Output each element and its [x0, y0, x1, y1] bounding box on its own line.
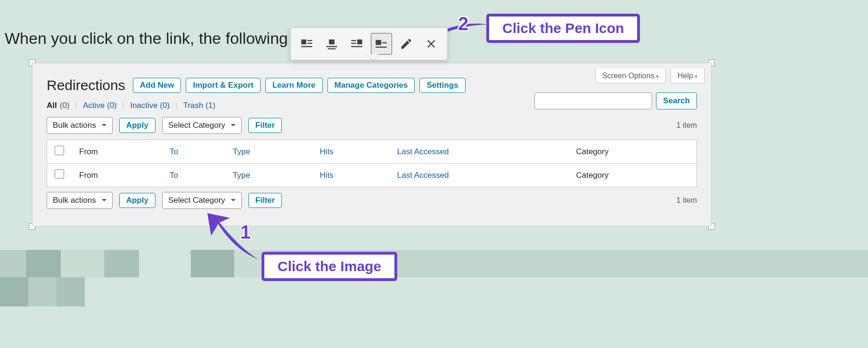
image-edit-toolbar [290, 27, 448, 60]
col-from: From [72, 140, 162, 164]
svg-rect-5 [326, 46, 337, 47]
svg-rect-13 [383, 42, 387, 43]
col-hits[interactable]: Hits [312, 140, 390, 164]
remove-icon[interactable] [420, 33, 442, 55]
category-select[interactable]: Select Category [162, 117, 242, 134]
svg-rect-3 [302, 46, 312, 47]
apply-bulk-button-bottom[interactable]: Apply [119, 193, 156, 208]
col-type[interactable]: Type [225, 140, 312, 164]
arrow-1 [206, 212, 263, 266]
col-category: Category [568, 140, 696, 164]
cell-last[interactable]: Last Accessed [390, 164, 569, 187]
table-row: From To Type Hits Last Accessed Category [47, 164, 697, 187]
help-tab[interactable]: Help [671, 69, 704, 83]
select-all-checkbox[interactable] [55, 146, 64, 155]
svg-rect-1 [307, 40, 312, 41]
add-new-button[interactable]: Add New [133, 78, 181, 93]
annotation-number-2: 2 [458, 13, 468, 34]
align-center-icon[interactable] [321, 33, 343, 55]
svg-rect-11 [376, 40, 382, 45]
svg-rect-9 [351, 43, 356, 44]
page-title: Redirections [47, 77, 125, 93]
search-button[interactable]: Search [656, 92, 697, 109]
cell-type[interactable]: Type [225, 164, 312, 187]
filter-button-bottom[interactable]: Filter [248, 193, 282, 208]
svg-rect-4 [329, 40, 335, 45]
settings-button[interactable]: Settings [419, 78, 465, 93]
annotation-number-1: 1 [240, 222, 251, 243]
svg-rect-0 [302, 40, 307, 45]
filter-all[interactable]: All [47, 101, 57, 110]
bulk-actions-select-bottom[interactable]: Bulk actions [47, 192, 113, 209]
svg-rect-7 [357, 40, 362, 45]
svg-rect-8 [351, 40, 356, 41]
search-input[interactable] [534, 92, 652, 109]
pencil-icon[interactable] [396, 33, 417, 55]
apply-bulk-button[interactable]: Apply [119, 118, 156, 133]
filter-active[interactable]: Active (0) [83, 101, 117, 110]
callout-click-pen: Click the Pen Icon [486, 14, 640, 43]
import-export-button[interactable]: Import & Export [186, 78, 260, 93]
cell-category: Category [568, 164, 696, 187]
pixel-row-1 [0, 250, 868, 277]
intro-text: When you click on the link, the followin… [5, 29, 300, 48]
filter-inactive[interactable]: Inactive (0) [130, 101, 170, 110]
wp-admin-panel: Screen Options Help Redirections Add New… [32, 63, 712, 226]
redirections-table: From To Type Hits Last Accessed Category… [47, 140, 697, 187]
bulk-actions-select[interactable]: Bulk actions [47, 117, 113, 134]
svg-rect-6 [328, 48, 336, 49]
category-select-bottom[interactable]: Select Category [162, 192, 242, 209]
items-count-bottom: 1 item [676, 196, 697, 205]
align-none-icon[interactable] [371, 33, 392, 55]
svg-rect-10 [351, 46, 362, 47]
filter-trash[interactable]: Trash (1) [183, 101, 215, 110]
manage-categories-button[interactable]: Manage Categories [328, 78, 415, 93]
align-left-icon[interactable] [296, 33, 318, 55]
col-last[interactable]: Last Accessed [390, 140, 569, 164]
filter-button[interactable]: Filter [248, 118, 282, 133]
table-header-row: From To Type Hits Last Accessed Category [47, 140, 697, 164]
svg-rect-12 [376, 47, 387, 48]
row-checkbox[interactable] [55, 169, 64, 179]
svg-rect-2 [307, 43, 312, 44]
cell-from: From [72, 164, 162, 187]
col-to[interactable]: To [162, 140, 225, 164]
callout-click-image: Click the Image [262, 252, 397, 281]
pixel-row-2 [0, 277, 85, 307]
screen-options-tab[interactable]: Screen Options [595, 69, 666, 83]
items-count: 1 item [676, 121, 697, 130]
cell-to[interactable]: To [162, 164, 225, 187]
align-right-icon[interactable] [346, 33, 367, 55]
selected-image[interactable]: Screen Options Help Redirections Add New… [32, 63, 712, 226]
learn-more-button[interactable]: Learn More [265, 78, 323, 93]
cell-hits[interactable]: Hits [312, 164, 390, 187]
